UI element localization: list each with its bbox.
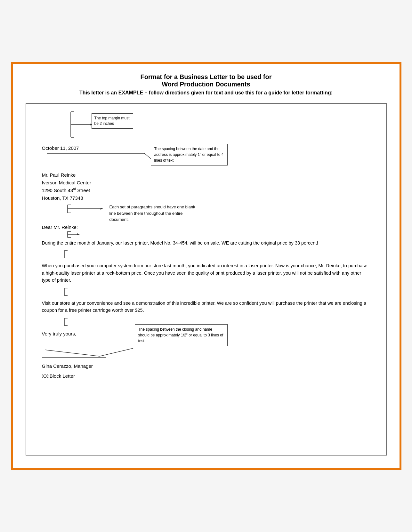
page-header: Format for a Business Letter to be used … bbox=[26, 73, 387, 96]
closing-section: Very truly yours, The spacing between th… bbox=[42, 331, 370, 379]
closing-callout-wrapper: The spacing between the closing and name… bbox=[42, 337, 370, 363]
letter-inner: The top margin must be 2 inches October … bbox=[26, 104, 386, 391]
paragraph-spacing-area: Each set of paragraphs should have one b… bbox=[42, 203, 370, 222]
inter-para-brace-3-icon bbox=[64, 317, 103, 328]
top-margin-callout: The top margin must be 2 inches bbox=[92, 113, 133, 129]
salutation-brace-icon bbox=[42, 230, 80, 239]
body-paragraph-3: Visit our store at your convenience and … bbox=[42, 300, 370, 314]
date-spacing-callout: The spacing between the date and the add… bbox=[151, 144, 228, 165]
closing-spacing-callout: The spacing between the closing and name… bbox=[135, 324, 228, 346]
svg-line-26 bbox=[45, 350, 100, 356]
inter-para-brace-2-icon bbox=[64, 286, 103, 298]
paragraph-spacing-callout: Each set of paragraphs should have one b… bbox=[106, 202, 205, 225]
letter-container: The top margin must be 2 inches October … bbox=[26, 103, 387, 455]
page-wrapper: Format for a Business Letter to be used … bbox=[11, 62, 401, 470]
top-margin-annotation-area: The top margin must be 2 inches bbox=[42, 110, 370, 142]
salutation: Dear Mr. Reinke: bbox=[42, 224, 370, 230]
address-block: Mr. Paul Reinke Iverson Medical Center 1… bbox=[42, 171, 370, 202]
recipient-company: Iverson Medical Center bbox=[42, 179, 370, 187]
recipient-street: 1290 South 43rd Street bbox=[42, 187, 370, 194]
signer-name: Gina Cerazzo, Manager bbox=[42, 363, 370, 369]
recipient-name: Mr. Paul Reinke bbox=[42, 171, 370, 179]
svg-marker-11 bbox=[101, 208, 103, 210]
title-line2: Word Production Documents bbox=[26, 81, 387, 88]
top-margin-brace-icon bbox=[61, 110, 93, 139]
recipient-city: Houston, TX 77348 bbox=[42, 194, 370, 202]
body-paragraph-2: When you purchased your computer system … bbox=[42, 262, 370, 284]
reference-line: XX:Block Letter bbox=[42, 373, 370, 379]
signature-divider bbox=[42, 357, 106, 358]
body-paragraph-1: During the entire month of January, our … bbox=[42, 239, 370, 246]
svg-line-27 bbox=[100, 348, 133, 356]
title-line1: Format for a Business Letter to be used … bbox=[26, 73, 387, 81]
salutation-brace-area bbox=[42, 230, 370, 239]
inter-para-brace-1-icon bbox=[64, 249, 103, 260]
subtitle: This letter is an EXAMPLE – follow direc… bbox=[26, 90, 387, 96]
svg-marker-16 bbox=[77, 233, 80, 235]
